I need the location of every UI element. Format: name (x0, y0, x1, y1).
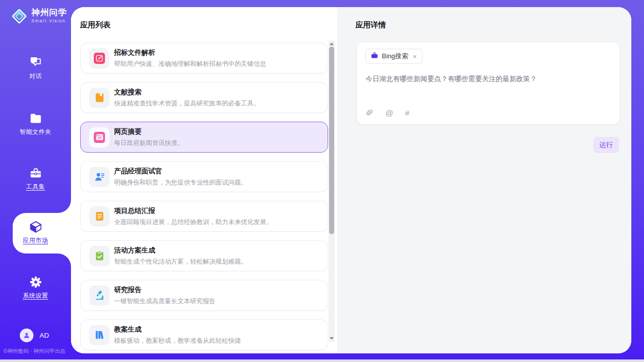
scroll-down-icon[interactable] (330, 337, 334, 340)
app-card-研究报告[interactable]: 研究报告一键智能生成高质量长文本研究报告 (80, 280, 328, 311)
app-card-title: 研究报告 (114, 285, 216, 295)
tool-tag-bing-search[interactable]: Bing搜索 × (365, 49, 422, 64)
user-badge[interactable]: AD (20, 329, 49, 342)
note-icon (89, 206, 110, 227)
mention-icon[interactable]: @ (385, 109, 393, 117)
cube-icon (29, 220, 43, 234)
tag-close-icon[interactable]: × (413, 53, 417, 60)
app-detail-pane: 应用详情 Bing搜索 × 今日湖北有哪些新闻要点？有哪些需要关注的最新政策？ … (337, 7, 631, 353)
app-card-description: 一键智能生成高质量长文本研究报告 (114, 297, 216, 306)
app-detail-title: 应用详情 (355, 20, 386, 30)
chat-icon (29, 56, 43, 69)
user-initials: AD (40, 332, 49, 339)
copyright: ©神州数码 · 神州问学出品 (4, 348, 71, 355)
app-card-description: 每日政府新闻资讯快查。 (114, 139, 184, 148)
app-card-title: 教案生成 (114, 325, 241, 334)
sidebar-item-对话[interactable]: 对话 (0, 56, 71, 81)
app-card-网页摘要[interactable]: 网页摘要每日政府新闻资讯快查。 (80, 122, 328, 153)
app-window: 神州问学 Smart Vision 对话智能文件夹工具集应用市场系统设置 AD … (0, 0, 644, 362)
paperclip-icon[interactable] (366, 108, 374, 117)
brand-subtitle: Smart Vision (31, 18, 67, 23)
app-card-招标文件解析[interactable]: 招标文件解析帮助用户快速、准确地理解和解析招标书中的关键信息 (80, 43, 328, 74)
app-card-教案生成[interactable]: 教案生成模板驱动，教案秒成，教学准备从此轻松快捷 (80, 319, 328, 350)
app-card-title: 招标文件解析 (114, 48, 266, 57)
app-card-list: 招标文件解析帮助用户快速、准确地理解和解析招标书中的关键信息文献搜索快速精准查找… (80, 43, 328, 353)
app-card-description: 模板驱动，教案秒成，教学准备从此轻松快捷 (114, 337, 241, 345)
gear-icon (29, 275, 43, 289)
app-card-description: 智能生成个性化活动方案，轻松解决规划难题。 (114, 258, 247, 266)
run-button[interactable]: 运行 (593, 137, 619, 153)
app-card-文献搜索[interactable]: 文献搜索快速精准查找学术资源，提高研究效率的必备工具。 (80, 82, 328, 113)
brand-logo-diamond-icon (11, 8, 28, 27)
bottom-edge-strip (0, 359, 644, 362)
list-scrollbar[interactable] (329, 41, 335, 342)
brand-name: 神州问学 (31, 8, 67, 17)
app-list-title: 应用列表 (80, 20, 111, 30)
app-card-description: 明确身份和职责，为您提供专业性的面试问题。 (114, 178, 247, 187)
app-card-title: 网页摘要 (114, 127, 184, 136)
doc-edit-icon (89, 48, 110, 68)
main-content: 应用列表 招标文件解析帮助用户快速、准确地理解和解析招标书中的关键信息文献搜索快… (71, 7, 631, 353)
hash-icon[interactable]: # (405, 109, 410, 117)
sidebar-item-label: 工具集 (26, 183, 45, 191)
app-list-pane: 应用列表 招标文件解析帮助用户快速、准确地理解和解析招标书中的关键信息文献搜索快… (71, 7, 337, 353)
books-icon (89, 325, 110, 345)
tool-tag-label: Bing搜索 (382, 52, 408, 61)
app-card-title: 活动方案生成 (114, 246, 247, 255)
sidebar-item-工具集[interactable]: 工具集 (0, 166, 71, 191)
sidebar-item-label: 对话 (29, 72, 42, 81)
briefcase-icon (371, 52, 378, 61)
scrollbar-thumb[interactable] (329, 47, 334, 234)
microscope-icon (89, 285, 110, 306)
composer-toolbar: @# (366, 108, 409, 117)
app-card-项目总结汇报[interactable]: 项目总结汇报全面回顾项目进展，总结经验教训，助力未来优化发展。 (80, 201, 328, 232)
browser-code-icon (89, 127, 110, 148)
sidebar-item-系统设置[interactable]: 系统设置 (0, 275, 71, 300)
toolbox-icon (29, 166, 43, 180)
book-icon (89, 88, 110, 108)
app-card-title: 项目总结汇报 (114, 206, 273, 215)
app-card-产品经理面试官[interactable]: 产品经理面试官明确身份和职责，为您提供专业性的面试问题。 (80, 161, 328, 192)
avatar (20, 329, 33, 342)
folder-icon (29, 112, 43, 125)
app-card-description: 快速精准查找学术资源，提高研究效率的必备工具。 (114, 99, 260, 108)
scroll-up-icon[interactable] (330, 43, 334, 45)
sidebar: 神州问学 Smart Vision 对话智能文件夹工具集应用市场系统设置 AD … (0, 0, 71, 362)
prompt-card: Bing搜索 × 今日湖北有哪些新闻要点？有哪些需要关注的最新政策？ @# (356, 42, 620, 125)
app-card-description: 帮助用户快速、准确地理解和解析招标书中的关键信息 (114, 60, 266, 68)
sidebar-item-label: 系统设置 (23, 292, 48, 300)
sidebar-item-label: 应用市场 (23, 236, 48, 245)
app-card-title: 文献搜索 (114, 88, 260, 97)
sidebar-item-应用市场[interactable]: 应用市场 (0, 220, 71, 245)
app-card-title: 产品经理面试官 (114, 167, 247, 176)
sidebar-item-智能文件夹[interactable]: 智能文件夹 (0, 112, 71, 136)
brand: 神州问学 Smart Vision (11, 8, 67, 27)
interviewer-icon (89, 167, 110, 187)
sidebar-item-label: 智能文件夹 (20, 128, 52, 136)
app-card-活动方案生成[interactable]: 活动方案生成智能生成个性化活动方案，轻松解决规划难题。 (80, 240, 328, 271)
clipboard-check-icon (89, 246, 110, 266)
app-card-description: 全面回顾项目进展，总结经验教训，助力未来优化发展。 (114, 218, 273, 227)
query-input[interactable]: 今日湖北有哪些新闻要点？有哪些需要关注的最新政策？ (366, 75, 612, 84)
